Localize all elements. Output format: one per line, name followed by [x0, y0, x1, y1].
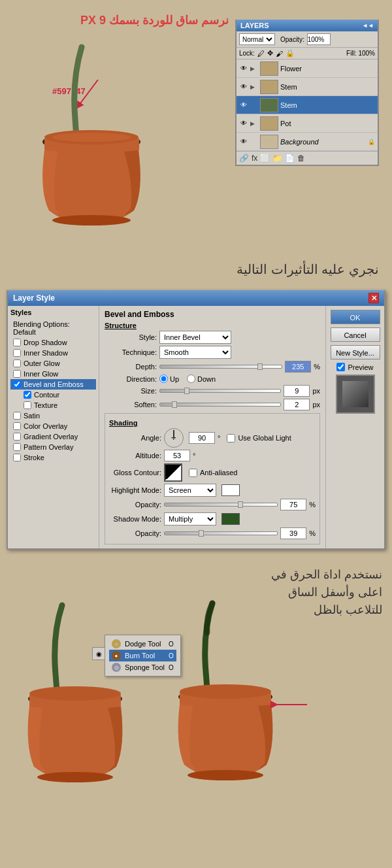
layer-eye-stem[interactable]: 👁	[239, 101, 248, 110]
direction-up-label[interactable]: Up	[159, 375, 179, 383]
style-item-drop-shadow[interactable]: Drop Shadow	[10, 337, 96, 348]
buttons-panel: OK Cancel New Style... Preview	[325, 306, 384, 548]
style-item-texture[interactable]: Texture	[10, 400, 96, 410]
blend-mode-select[interactable]: Normal	[239, 33, 275, 45]
anti-alias-label[interactable]: Anti-aliased	[189, 469, 237, 477]
layer-expand-stem-group[interactable]: ▶	[250, 84, 258, 90]
shadow-mode-row: Shadow Mode: Multiply	[109, 512, 316, 526]
soften-slider[interactable]	[159, 403, 281, 407]
checkbox-color-overlay[interactable]	[13, 422, 21, 430]
shadow-opacity-input[interactable]	[280, 527, 306, 539]
angle-dial-needle	[173, 430, 174, 438]
checkbox-gradient-overlay[interactable]	[13, 433, 21, 441]
highlight-color-swatch[interactable]	[221, 484, 240, 496]
preview-check[interactable]	[336, 363, 345, 371]
svg-point-12	[180, 684, 271, 699]
altitude-input[interactable]	[164, 450, 190, 461]
highlight-opacity-input[interactable]	[280, 499, 306, 510]
direction-down-radio[interactable]	[187, 375, 195, 383]
style-item-color-overlay[interactable]: Color Overlay	[10, 421, 96, 431]
depth-thumb[interactable]	[257, 363, 263, 370]
svg-point-4	[52, 133, 131, 142]
checkbox-satin[interactable]	[13, 412, 21, 420]
mask-icon[interactable]: ⬜	[260, 154, 270, 163]
layer-item-stem[interactable]: 👁 Stem	[237, 96, 378, 114]
shadow-opacity-slider[interactable]	[164, 531, 278, 535]
layer-item-stem-group[interactable]: 👁 ▶ Stem	[237, 78, 378, 96]
global-light-checkbox[interactable]	[227, 434, 235, 442]
layer-item-flower[interactable]: 👁 ▶ Flower	[237, 59, 378, 78]
opacity-input[interactable]	[307, 33, 331, 45]
checkbox-texture[interactable]	[24, 401, 31, 409]
tool-item-dodge[interactable]: ○ Dodge Tool O	[109, 638, 176, 650]
layer-item-pot[interactable]: 👁 ▶ Pot	[237, 114, 378, 133]
layer-eye-pot[interactable]: 👁	[239, 119, 248, 128]
layer-eye-background[interactable]: 👁	[239, 137, 248, 146]
style-item-satin[interactable]: Satin	[10, 410, 96, 421]
angle-input[interactable]	[189, 432, 215, 444]
checkbox-drop-shadow[interactable]	[13, 339, 21, 346]
highlight-select[interactable]: Screen	[164, 484, 216, 497]
angle-dial[interactable]: ✛	[164, 428, 184, 448]
style-item-blending[interactable]: Blending Options: Default	[10, 319, 96, 337]
anti-alias-checkbox[interactable]	[189, 469, 197, 477]
new-layer-icon[interactable]: 📄	[285, 154, 295, 163]
shadow-opacity-thumb[interactable]	[199, 530, 204, 537]
checkbox-outer-glow[interactable]	[13, 359, 21, 367]
cancel-button[interactable]: Cancel	[331, 327, 380, 342]
checkbox-pattern-overlay[interactable]	[13, 443, 21, 451]
highlight-opacity-thumb[interactable]	[238, 501, 243, 508]
layer-eye-stem-group[interactable]: 👁	[239, 82, 248, 92]
shadow-mode-select[interactable]: Multiply	[164, 512, 216, 526]
checkbox-stroke[interactable]	[13, 454, 21, 461]
technique-select[interactable]: Smooth	[159, 346, 231, 359]
fx-icon[interactable]: fx	[252, 154, 257, 163]
altitude-label: Altitude:	[109, 452, 161, 459]
tool-item-sponge[interactable]: ◎ Sponge Tool O	[109, 661, 176, 673]
preview-checkbox[interactable]: Preview	[336, 363, 373, 371]
depth-input[interactable]	[285, 361, 311, 373]
direction-down-label[interactable]: Down	[187, 375, 216, 383]
global-light-label[interactable]: Use Global Light	[227, 434, 291, 442]
size-thumb[interactable]	[184, 388, 189, 394]
checkbox-inner-shadow[interactable]	[13, 349, 21, 357]
new-group-icon[interactable]: 📁	[272, 154, 282, 163]
lock-label: Lock:	[239, 50, 255, 57]
size-input[interactable]	[284, 385, 310, 397]
layer-expand-flower[interactable]: ▶	[250, 65, 258, 72]
layer-eye-flower[interactable]: 👁	[239, 64, 248, 73]
new-style-button[interactable]: New Style...	[331, 345, 380, 359]
checkbox-bevel[interactable]	[13, 380, 21, 388]
delete-icon[interactable]: 🗑	[297, 154, 305, 163]
layer-item-background[interactable]: 👁 Background 🔒	[237, 133, 378, 151]
checkbox-inner-glow[interactable]	[13, 370, 21, 378]
dialog-close-button[interactable]: ✕	[368, 293, 379, 303]
contour-preview[interactable]	[164, 463, 182, 482]
burn-shortcut: O	[169, 652, 174, 659]
layer-expand-pot[interactable]: ▶	[250, 120, 258, 127]
style-item-inner-shadow[interactable]: Inner Shadow	[10, 348, 96, 358]
style-select[interactable]: Inner Bevel	[159, 331, 231, 344]
pot-illustration-top	[20, 41, 163, 230]
style-item-pattern-overlay[interactable]: Pattern Overlay	[10, 442, 96, 452]
size-slider[interactable]	[159, 389, 281, 393]
style-item-inner-glow[interactable]: Inner Glow	[10, 369, 96, 379]
layers-collapse[interactable]: ◄◄	[362, 22, 374, 29]
ok-button[interactable]: OK	[331, 310, 380, 324]
style-item-contour[interactable]: Contour	[10, 390, 96, 400]
highlight-opacity-slider[interactable]	[164, 503, 278, 507]
direction-up-radio[interactable]	[159, 375, 168, 383]
style-item-stroke[interactable]: Stroke	[10, 452, 96, 463]
dodge-tool-label: Dodge Tool	[125, 640, 161, 648]
shadow-color-swatch[interactable]	[221, 513, 240, 525]
tool-item-burn[interactable]: ● Burn Tool O	[109, 650, 176, 661]
style-item-bevel[interactable]: Bevel and Emboss	[10, 379, 96, 390]
layer-thumb-stem-group	[260, 80, 278, 94]
depth-slider[interactable]	[159, 365, 282, 369]
style-item-gradient-overlay[interactable]: Gradient Overlay	[10, 431, 96, 442]
soften-input[interactable]	[284, 399, 310, 410]
soften-thumb[interactable]	[172, 401, 177, 408]
link-icon[interactable]: 🔗	[239, 154, 249, 163]
style-item-outer-glow[interactable]: Outer Glow	[10, 358, 96, 369]
checkbox-contour[interactable]	[24, 391, 31, 399]
